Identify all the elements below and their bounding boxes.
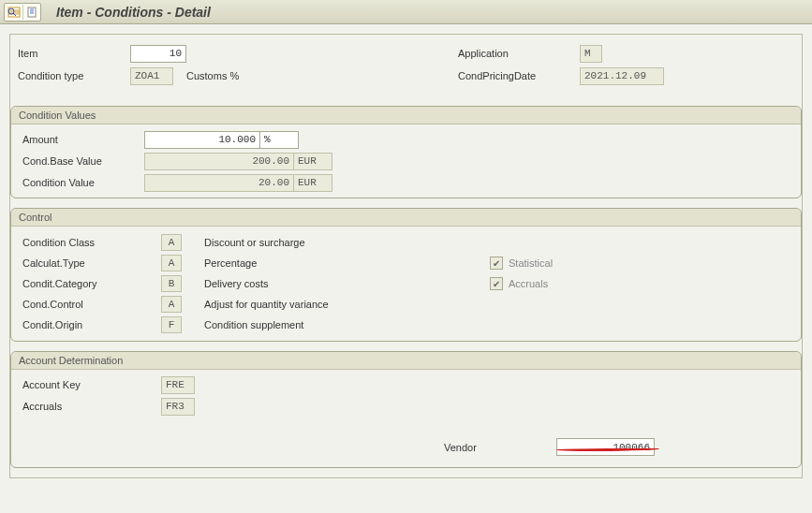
control-code-0: A	[161, 234, 182, 251]
control-group: Control Condition Class A Discount or su…	[10, 208, 802, 342]
control-desc-4: Condition supplement	[204, 319, 303, 330]
control-desc-2: Delivery costs	[204, 278, 268, 289]
control-desc-1: Percentage	[204, 257, 257, 269]
amount-field[interactable]: 10.000	[144, 131, 260, 149]
title-bar: Item - Conditions - Detail	[0, 0, 812, 24]
item-field[interactable]: 10	[130, 45, 186, 63]
document-icon[interactable]	[22, 5, 39, 20]
control-label-0: Condition Class	[22, 237, 161, 248]
statistical-label: Statistical	[509, 257, 553, 269]
condition-values-group: Condition Values Amount 10.000 % Cond.Ba…	[10, 106, 802, 198]
control-code-3: A	[161, 296, 182, 313]
title-toolbar	[4, 3, 41, 22]
cond-type-field: ZOA1	[130, 67, 173, 85]
control-code-2: B	[161, 275, 182, 292]
control-desc-3: Adjust for quantity variance	[204, 299, 329, 310]
window-title: Item - Conditions - Detail	[56, 5, 211, 20]
vendor-label: Vendor	[444, 442, 556, 453]
pricing-date-field: 2021.12.09	[580, 67, 664, 85]
amount-unit[interactable]: %	[259, 131, 299, 149]
control-label-4: Condit.Origin	[22, 319, 161, 330]
accruals-field: FR3	[161, 398, 195, 416]
overview-icon[interactable]	[6, 5, 22, 20]
item-label: Item	[18, 48, 130, 59]
pricing-date-label: CondPricingDate	[458, 70, 580, 81]
account-title: Account Determination	[11, 352, 801, 370]
base-unit: EUR	[293, 153, 332, 170]
application-field: M	[580, 45, 602, 63]
cond-type-label: Condition type	[18, 70, 130, 81]
accruals-check-label: Accruals	[509, 278, 548, 289]
base-label: Cond.Base Value	[22, 155, 144, 167]
cond-value-label: Condition Value	[22, 177, 144, 188]
control-label-1: Calculat.Type	[22, 257, 161, 269]
condition-values-title: Condition Values	[11, 107, 801, 125]
amount-label: Amount	[22, 134, 144, 145]
account-key-field: FRE	[161, 376, 195, 394]
application-label: Application	[458, 48, 580, 59]
control-label-3: Cond.Control	[22, 299, 161, 310]
control-title: Control	[11, 209, 801, 227]
cond-value-field: 20.00	[144, 174, 294, 192]
statistical-checkbox: ✔	[490, 256, 503, 270]
base-field: 200.00	[144, 153, 294, 170]
control-code-4: F	[161, 316, 182, 333]
cond-type-desc: Customs %	[186, 70, 239, 81]
control-code-1: A	[161, 255, 182, 271]
control-desc-0: Discount or surcharge	[204, 237, 305, 248]
accruals-label: Accruals	[22, 401, 161, 412]
header-section: Item 10 Condition type ZOA1 Customs % Ap…	[10, 35, 802, 104]
account-group: Account Determination Account Key FRE Ac…	[10, 351, 802, 468]
control-label-2: Condit.Category	[22, 278, 161, 289]
cond-value-unit: EUR	[293, 174, 332, 192]
account-key-label: Account Key	[22, 379, 161, 390]
accruals-checkbox: ✔	[490, 277, 503, 290]
